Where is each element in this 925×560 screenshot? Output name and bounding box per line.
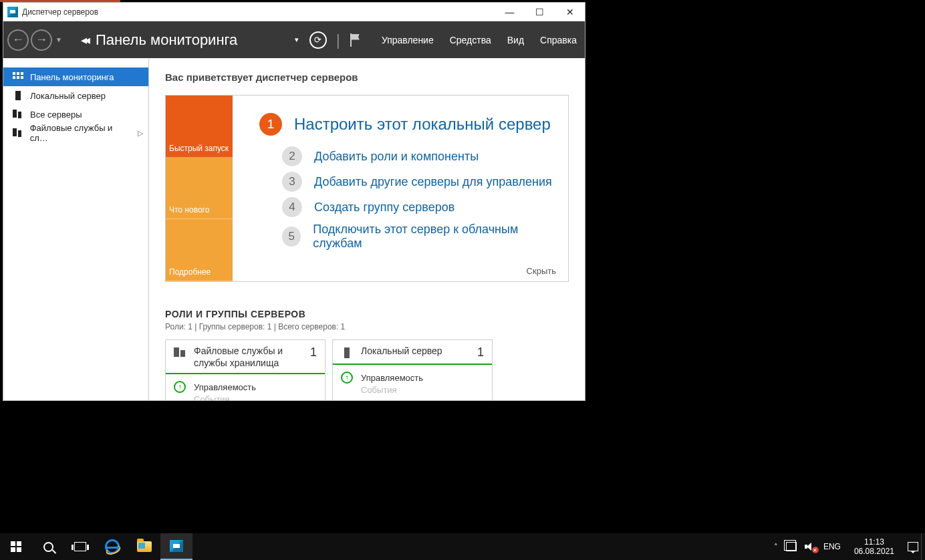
roles-heading: РОЛИ И ГРУППЫ СЕРВЕРОВ bbox=[165, 309, 569, 319]
menu-tools[interactable]: Средства bbox=[450, 35, 491, 45]
menu-manage[interactable]: Управление bbox=[382, 35, 434, 45]
step-configure-local[interactable]: 1 Настроить этот локальный сервер bbox=[259, 113, 556, 136]
start-button[interactable] bbox=[0, 533, 32, 560]
step-number: 3 bbox=[282, 172, 302, 192]
status-ok-icon: ↑ bbox=[174, 381, 186, 393]
step-number: 1 bbox=[259, 113, 282, 136]
status-bar bbox=[333, 364, 492, 365]
taskbar: ˄ ✕ ENG 11:13 06.08.2021 bbox=[0, 533, 925, 560]
tile-learnmore[interactable]: Подробнее bbox=[166, 219, 233, 281]
card-row-events[interactable]: События bbox=[341, 385, 484, 395]
tile-quickstart[interactable]: Быстрый запуск bbox=[166, 96, 233, 158]
titlebar: Диспетчер серверов — ☐ ✕ bbox=[3, 3, 585, 21]
sidebar-item-local-server[interactable]: Локальный сервер bbox=[3, 86, 148, 105]
step-add-roles[interactable]: 2 Добавить роли и компоненты bbox=[282, 146, 556, 166]
step-number: 4 bbox=[282, 197, 302, 217]
card-file-storage[interactable]: Файловые службы и службы хранилища 1 ↑ У… bbox=[165, 339, 325, 400]
taskbar-explorer[interactable] bbox=[128, 533, 160, 560]
language-indicator[interactable]: ENG bbox=[823, 542, 841, 551]
welcome-tiles: Быстрый запуск Что нового Подробнее bbox=[166, 96, 233, 281]
sidebar-item-dashboard[interactable]: Панель мониторинга bbox=[3, 67, 148, 86]
volume-muted-badge: ✕ bbox=[812, 547, 819, 553]
card-row-events[interactable]: События bbox=[174, 394, 317, 400]
tile-label: Что нового bbox=[169, 205, 209, 215]
role-cards: Файловые службы и службы хранилища 1 ↑ У… bbox=[165, 339, 569, 400]
welcome-heading: Вас приветствует диспетчер серверов bbox=[165, 72, 569, 83]
close-button[interactable]: ✕ bbox=[555, 3, 585, 21]
card-row-label: Управляемость bbox=[361, 373, 423, 383]
card-local-server[interactable]: Локальный сервер 1 ↑ Управляемость Событ… bbox=[332, 339, 493, 400]
tile-whatsnew[interactable]: Что нового bbox=[166, 158, 233, 220]
storage-icon bbox=[13, 128, 23, 138]
windows-icon bbox=[11, 541, 21, 552]
sidebar-item-all-servers[interactable]: Все серверы bbox=[3, 105, 148, 124]
nav-forward-button[interactable]: → bbox=[31, 29, 52, 51]
server-manager-window: Диспетчер серверов — ☐ ✕ ← → ▼ ◂◂ Панель… bbox=[3, 2, 585, 401]
breadcrumb-dropdown-icon[interactable]: ▾ bbox=[295, 35, 299, 44]
steps: 1 Настроить этот локальный сервер 2 Доба… bbox=[233, 96, 568, 281]
hide-link[interactable]: Скрыть bbox=[527, 266, 556, 276]
menu-view[interactable]: Вид bbox=[507, 35, 524, 45]
volume-icon[interactable]: ✕ bbox=[805, 542, 815, 551]
task-view-button[interactable] bbox=[64, 533, 96, 560]
status-bar bbox=[166, 373, 325, 374]
card-row-label: Управляемость bbox=[194, 382, 256, 392]
sidebar: Панель мониторинга Локальный сервер Все … bbox=[3, 58, 149, 400]
step-server-group[interactable]: 4 Создать группу серверов bbox=[282, 197, 556, 217]
search-icon bbox=[43, 542, 53, 552]
servers-icon bbox=[13, 110, 23, 119]
sidebar-item-label: Локальный сервер bbox=[30, 91, 106, 101]
show-desktop-button[interactable] bbox=[921, 533, 925, 560]
card-row-manageability[interactable]: ↑ Управляемость bbox=[174, 381, 317, 393]
dashboard-icon bbox=[13, 72, 23, 82]
step-add-servers[interactable]: 3 Добавить другие серверы для управления bbox=[282, 172, 556, 192]
storage-icon bbox=[174, 347, 186, 360]
search-button[interactable] bbox=[32, 533, 64, 560]
status-ok-icon: ↑ bbox=[341, 372, 353, 384]
tile-label: Быстрый запуск bbox=[169, 144, 229, 153]
system-tray: ˄ ✕ ENG 11:13 06.08.2021 bbox=[774, 537, 921, 557]
taskbar-ie[interactable] bbox=[96, 533, 128, 560]
taskbar-server-manager[interactable] bbox=[160, 533, 192, 560]
toolbar: ← → ▼ ◂◂ Панель мониторинга ▾ ⟳ | Управл… bbox=[3, 21, 585, 58]
clock-time: 11:13 bbox=[854, 537, 894, 547]
nav-history-dropdown[interactable]: ▼ bbox=[55, 36, 62, 43]
step-number: 5 bbox=[282, 227, 301, 247]
minimize-button[interactable]: — bbox=[495, 3, 525, 21]
sidebar-item-label: Панель мониторинга bbox=[30, 72, 114, 82]
step-link: Подключить этот сервер к облачным служба… bbox=[313, 223, 556, 251]
clock-date: 06.08.2021 bbox=[854, 547, 894, 556]
card-row-label: События bbox=[194, 394, 230, 400]
action-center-icon[interactable] bbox=[908, 542, 918, 551]
welcome-panel: Быстрый запуск Что нового Подробнее 1 На… bbox=[165, 95, 569, 282]
step-link: Добавить другие серверы для управления bbox=[314, 175, 552, 189]
folder-icon bbox=[137, 541, 152, 552]
tile-label: Подробнее bbox=[169, 267, 211, 277]
notifications-flag-icon[interactable] bbox=[348, 33, 363, 47]
network-icon[interactable] bbox=[786, 542, 797, 551]
nav-back-button[interactable]: ← bbox=[7, 29, 29, 51]
card-title: Файловые службы и службы хранилища bbox=[194, 345, 302, 369]
step-link: Добавить роли и компоненты bbox=[314, 150, 479, 164]
step-number: 2 bbox=[282, 146, 302, 166]
sidebar-item-file-services[interactable]: Файловые службы и сл… ▷ bbox=[3, 124, 148, 142]
ie-icon bbox=[105, 539, 120, 554]
menu-help[interactable]: Справка bbox=[540, 35, 577, 45]
sidebar-item-label: Все серверы bbox=[30, 110, 82, 120]
breadcrumb-root-icon[interactable]: ◂◂ bbox=[81, 33, 88, 47]
roles-subheading: Роли: 1 | Группы серверов: 1 | Всего сер… bbox=[165, 322, 569, 331]
clock[interactable]: 11:13 06.08.2021 bbox=[849, 537, 900, 557]
card-row-manageability[interactable]: ↑ Управляемость bbox=[341, 372, 484, 384]
server-icon bbox=[341, 347, 353, 360]
server-manager-icon bbox=[170, 540, 183, 552]
refresh-button[interactable]: ⟳ bbox=[309, 31, 327, 49]
card-count: 1 bbox=[310, 345, 317, 360]
step-cloud-connect[interactable]: 5 Подключить этот сервер к облачным служ… bbox=[282, 223, 556, 251]
expand-icon: ▷ bbox=[138, 129, 143, 138]
card-row-label: События bbox=[361, 385, 397, 395]
step-link: Настроить этот локальный сервер bbox=[294, 115, 551, 134]
breadcrumb-title: Панель мониторинга bbox=[96, 31, 237, 49]
card-count: 1 bbox=[477, 345, 484, 360]
maximize-button[interactable]: ☐ bbox=[525, 3, 555, 21]
tray-overflow-button[interactable]: ˄ bbox=[774, 543, 778, 551]
